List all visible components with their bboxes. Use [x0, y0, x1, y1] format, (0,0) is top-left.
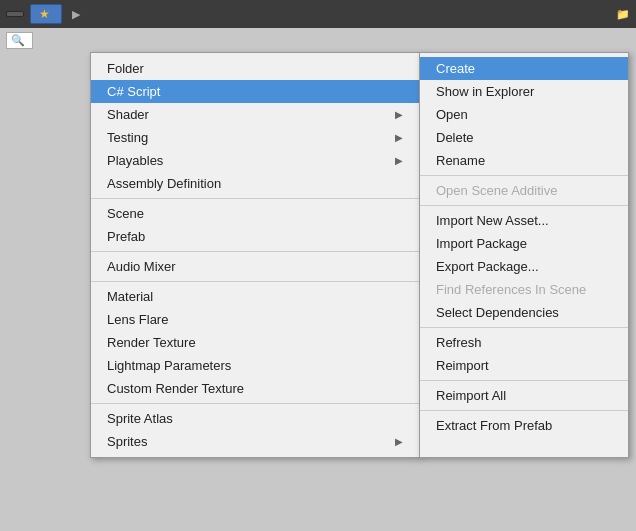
left-menu-item-csharp[interactable]: C# Script — [91, 80, 419, 103]
left-menu-item-label-lightmap: Lightmap Parameters — [107, 358, 231, 373]
right-menu-item-import_new_asset[interactable]: Import New Asset... — [420, 209, 628, 232]
left-menu-item-shader[interactable]: Shader▶ — [91, 103, 419, 126]
left-menu-item-label-testing: Testing — [107, 130, 148, 145]
left-menu-item-label-custom: Custom Render Texture — [107, 381, 244, 396]
right-context-menu: CreateShow in ExplorerOpenDeleteRenameOp… — [419, 52, 629, 458]
submenu-arrow-icon: ▶ — [395, 155, 403, 166]
left-menu-item-prefab[interactable]: Prefab — [91, 225, 419, 248]
menu-separator — [420, 175, 628, 176]
menu-separator — [91, 281, 419, 282]
all-materials-filter[interactable]: 🔍 — [6, 32, 33, 49]
favorites-button[interactable]: ★ — [30, 4, 62, 24]
menu-separator — [91, 198, 419, 199]
breadcrumb: ▶ — [68, 8, 84, 21]
left-menu-item-playables[interactable]: Playables▶ — [91, 149, 419, 172]
left-menu-item-lightmap[interactable]: Lightmap Parameters — [91, 354, 419, 377]
right-menu-item-open[interactable]: Open — [420, 103, 628, 126]
search-icon: 🔍 — [11, 34, 25, 47]
right-menu-item-label-rename: Rename — [436, 153, 485, 168]
right-menu-item-find_references: Find References In Scene — [420, 278, 628, 301]
left-menu-item-label-material: Material — [107, 289, 153, 304]
folder-icon: 📁 — [616, 8, 630, 20]
left-menu-item-label-render: Render Texture — [107, 335, 196, 350]
menu-separator — [91, 251, 419, 252]
left-menu-item-audio[interactable]: Audio Mixer — [91, 255, 419, 278]
left-menu-item-scene[interactable]: Scene — [91, 202, 419, 225]
left-menu-item-lens[interactable]: Lens Flare — [91, 308, 419, 331]
left-menu-item-material[interactable]: Material — [91, 285, 419, 308]
right-menu-item-label-reimport: Reimport — [436, 358, 489, 373]
menu-separator — [420, 380, 628, 381]
left-menu-item-label-sprites: Sprites — [107, 434, 147, 449]
left-menu-item-testing[interactable]: Testing▶ — [91, 126, 419, 149]
left-menu-item-label-scene: Scene — [107, 206, 144, 221]
right-menu-item-show_explorer[interactable]: Show in Explorer — [420, 80, 628, 103]
menu-separator — [420, 327, 628, 328]
submenu-arrow-icon: ▶ — [395, 132, 403, 143]
left-menu-item-custom[interactable]: Custom Render Texture — [91, 377, 419, 400]
right-menu-item-label-select_deps: Select Dependencies — [436, 305, 559, 320]
left-menu-item-sprites[interactable]: Sprites▶ — [91, 430, 419, 453]
submenu-arrow-icon: ▶ — [395, 109, 403, 120]
breadcrumb-sep: ▶ — [72, 8, 80, 21]
right-menu-item-select_deps[interactable]: Select Dependencies — [420, 301, 628, 324]
top-bar: ★ ▶ 📁 — [0, 0, 636, 28]
right-menu-item-rename[interactable]: Rename — [420, 149, 628, 172]
left-menu-item-label-shader: Shader — [107, 107, 149, 122]
right-menu-item-label-extract_prefab: Extract From Prefab — [436, 418, 552, 433]
right-menu-item-label-delete: Delete — [436, 130, 474, 145]
menu-separator — [91, 403, 419, 404]
right-menu-item-reimport[interactable]: Reimport — [420, 354, 628, 377]
right-menu-item-label-show_explorer: Show in Explorer — [436, 84, 534, 99]
right-menu-item-label-refresh: Refresh — [436, 335, 482, 350]
right-menu-item-import_package[interactable]: Import Package — [420, 232, 628, 255]
right-menu-item-export_package[interactable]: Export Package... — [420, 255, 628, 278]
right-menu-item-reimport_all[interactable]: Reimport All — [420, 384, 628, 407]
right-menu-item-label-reimport_all: Reimport All — [436, 388, 506, 403]
right-menu-item-refresh[interactable]: Refresh — [420, 331, 628, 354]
left-menu-item-folder[interactable]: Folder — [91, 57, 419, 80]
right-menu-item-label-open_scene_additive: Open Scene Additive — [436, 183, 557, 198]
left-menu-item-render[interactable]: Render Texture — [91, 331, 419, 354]
second-bar: 🔍 — [0, 28, 636, 52]
right-menu-item-create[interactable]: Create — [420, 57, 628, 80]
left-menu-item-label-lens: Lens Flare — [107, 312, 168, 327]
left-menu-item-label-csharp: C# Script — [107, 84, 160, 99]
right-menu-item-label-import_new_asset: Import New Asset... — [436, 213, 549, 228]
right-menu-item-extract_prefab[interactable]: Extract From Prefab — [420, 414, 628, 437]
left-menu-item-sprite_atlas[interactable]: Sprite Atlas — [91, 407, 419, 430]
right-menu-item-label-open: Open — [436, 107, 468, 122]
submenu-arrow-icon: ▶ — [395, 436, 403, 447]
left-menu-item-label-assembly: Assembly Definition — [107, 176, 221, 191]
right-menu-item-label-find_references: Find References In Scene — [436, 282, 586, 297]
menu-separator — [420, 205, 628, 206]
right-menu-item-delete[interactable]: Delete — [420, 126, 628, 149]
folder-code: 📁 — [616, 8, 630, 21]
star-icon: ★ — [39, 7, 50, 21]
right-menu-item-label-create: Create — [436, 61, 475, 76]
right-menu-item-label-export_package: Export Package... — [436, 259, 539, 274]
left-menu-item-label-prefab: Prefab — [107, 229, 145, 244]
left-menu-item-label-playables: Playables — [107, 153, 163, 168]
left-menu-item-label-audio: Audio Mixer — [107, 259, 176, 274]
create-button[interactable] — [6, 11, 24, 17]
left-menu-item-assembly[interactable]: Assembly Definition — [91, 172, 419, 195]
menu-separator — [420, 410, 628, 411]
left-context-menu: FolderC# ScriptShader▶Testing▶Playables▶… — [90, 52, 420, 458]
right-menu-item-label-import_package: Import Package — [436, 236, 527, 251]
right-menu-item-open_scene_additive: Open Scene Additive — [420, 179, 628, 202]
left-menu-item-label-sprite_atlas: Sprite Atlas — [107, 411, 173, 426]
context-menus: FolderC# ScriptShader▶Testing▶Playables▶… — [90, 52, 629, 458]
left-menu-item-label-folder: Folder — [107, 61, 144, 76]
